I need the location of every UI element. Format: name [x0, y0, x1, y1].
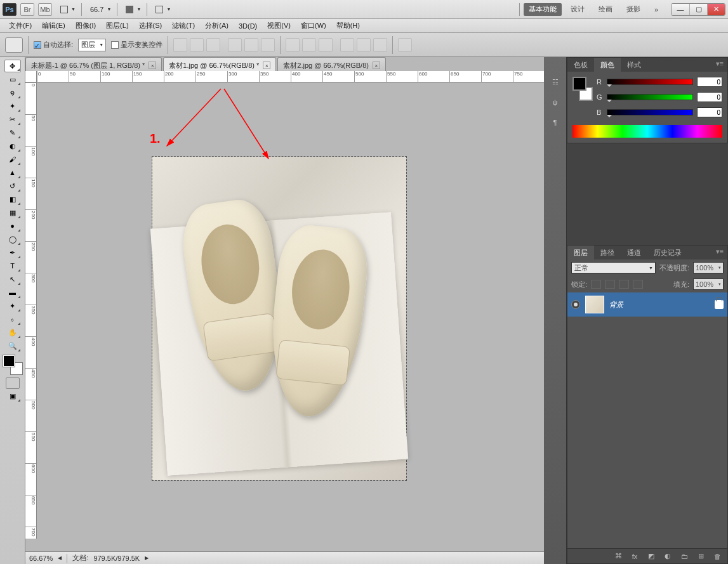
eraser-tool[interactable]: ◧ — [4, 193, 21, 206]
r-input[interactable] — [697, 77, 722, 87]
blend-mode-select[interactable]: 正常 — [571, 262, 656, 273]
channels-tab[interactable]: 通道 — [621, 246, 647, 259]
menu-analysis[interactable]: 分析(A) — [200, 20, 234, 32]
layer-lock-icon[interactable] — [715, 300, 724, 309]
menu-filter[interactable]: 滤镜(T) — [167, 20, 200, 32]
spot-heal-tool[interactable]: ◐ — [4, 140, 21, 152]
gradient-tool[interactable]: ▦ — [4, 206, 21, 219]
canvas-viewport[interactable]: 0501001502002503003504004505005506006507… — [25, 71, 544, 551]
3d-tool[interactable]: ✦ — [4, 299, 21, 312]
tab-close-icon[interactable]: × — [149, 62, 156, 69]
doc-tab[interactable]: 素材2.jpg @ 66.7%(RGB/8)× — [277, 57, 386, 71]
menu-image[interactable]: 图像(I) — [70, 20, 101, 32]
path-select-tool[interactable]: ↖ — [4, 273, 21, 285]
move-tool[interactable]: ✥ — [4, 60, 21, 72]
align-icon[interactable] — [190, 38, 204, 52]
lock-position-icon[interactable] — [619, 280, 629, 289]
pen-tool[interactable]: ✒ — [4, 246, 21, 259]
menu-help[interactable]: 帮助(H) — [331, 20, 365, 32]
delete-layer-icon[interactable]: 🗑 — [712, 551, 722, 561]
link-layers-icon[interactable]: ⌘ — [613, 551, 623, 561]
workspace-basic[interactable]: 基本功能 — [524, 3, 562, 16]
3d-camera-tool[interactable]: ⬦ — [4, 313, 21, 325]
align-icon[interactable] — [244, 38, 258, 52]
distribute-icon[interactable] — [373, 38, 387, 52]
b-input[interactable] — [697, 107, 722, 117]
marquee-tool[interactable]: ▭ — [4, 73, 21, 86]
paragraph-panel-icon[interactable]: ¶ — [548, 115, 563, 129]
adjustment-layer-icon[interactable]: ◐ — [663, 551, 673, 561]
quickmask-button[interactable] — [6, 377, 20, 389]
menu-window[interactable]: 窗口(W) — [296, 20, 331, 32]
auto-align-icon[interactable] — [398, 38, 412, 52]
opacity-input[interactable]: 100%▾ — [693, 262, 724, 273]
extras-dropdown[interactable] — [151, 3, 173, 16]
brush-tool[interactable]: 🖌 — [4, 153, 21, 166]
menu-layer[interactable]: 图层(L) — [101, 20, 133, 32]
new-layer-icon[interactable]: ⊞ — [696, 551, 706, 561]
distribute-icon[interactable] — [319, 38, 333, 52]
distribute-icon[interactable] — [357, 38, 371, 52]
color-panel-swatches[interactable] — [572, 77, 593, 101]
menu-file[interactable]: 文件(F) — [4, 20, 37, 32]
minimize-button[interactable]: — — [672, 4, 689, 15]
doc-tab[interactable]: 素材1.jpg @ 66.7%(RGB/8) *× — [163, 57, 276, 71]
layer-fx-icon[interactable]: fx — [630, 551, 640, 561]
minibridge-button[interactable]: Mb — [38, 3, 52, 16]
clone-stamp-tool[interactable]: ▲ — [4, 166, 21, 179]
doc-tab[interactable]: 未标题-1 @ 66.7% (图层 1, RGB/8) *× — [25, 57, 162, 71]
color-tab[interactable]: 颜色 — [594, 58, 621, 72]
layers-tab[interactable]: 图层 — [567, 246, 594, 259]
crop-tool[interactable]: ✂ — [4, 113, 21, 126]
panel-menu-icon[interactable]: ▾≡ — [712, 58, 727, 72]
swatches-tab[interactable]: 色板 — [567, 58, 594, 72]
shape-tool[interactable]: ▬ — [4, 286, 21, 299]
close-button[interactable]: ✕ — [707, 4, 725, 15]
align-icon[interactable] — [261, 38, 275, 52]
g-input[interactable] — [697, 92, 722, 102]
workspace-design[interactable]: 设计 — [566, 3, 590, 16]
layer-mask-icon[interactable]: ◩ — [646, 551, 656, 561]
screenmode-button[interactable]: ▣ — [4, 390, 21, 402]
menu-edit[interactable]: 编辑(E) — [37, 20, 70, 32]
magic-wand-tool[interactable]: ✦ — [4, 100, 21, 112]
distribute-icon[interactable] — [286, 38, 300, 52]
visibility-toggle-icon[interactable] — [571, 300, 580, 309]
lock-transparency-icon[interactable] — [591, 280, 601, 289]
r-slider[interactable] — [607, 79, 693, 85]
canvas-image[interactable] — [152, 157, 406, 480]
b-slider[interactable] — [607, 109, 693, 115]
align-icon[interactable] — [206, 38, 220, 52]
blur-tool[interactable]: ● — [4, 220, 21, 232]
new-group-icon[interactable]: 🗀 — [679, 551, 689, 561]
tab-close-icon[interactable]: × — [373, 62, 380, 69]
dodge-tool[interactable]: ◯ — [4, 233, 21, 246]
menu-3d[interactable]: 3D(D) — [234, 21, 262, 31]
screenmode-dropdown[interactable] — [56, 3, 77, 16]
workspace-more[interactable]: » — [649, 3, 663, 16]
foreground-swatch[interactable] — [3, 355, 15, 367]
distribute-icon[interactable] — [302, 38, 316, 52]
maximize-button[interactable]: ▢ — [689, 4, 707, 15]
layer-row[interactable]: 背景 — [567, 292, 727, 317]
current-tool-icon[interactable] — [5, 37, 23, 53]
bridge-button[interactable]: Br — [20, 3, 34, 16]
menu-select[interactable]: 选择(S) — [134, 20, 168, 32]
lock-all-icon[interactable] — [633, 280, 643, 289]
layers-empty-area[interactable] — [567, 317, 727, 548]
color-spectrum[interactable] — [572, 125, 722, 138]
layer-name[interactable]: 背景 — [609, 300, 623, 310]
show-transform-checkbox[interactable]: 显示变换控件 — [111, 40, 162, 49]
align-icon[interactable] — [228, 38, 242, 52]
distribute-icon[interactable] — [340, 38, 354, 52]
panel-menu-icon[interactable]: ▾≡ — [712, 246, 727, 259]
workspace-drawing[interactable]: 绘画 — [593, 3, 618, 16]
type-tool[interactable]: T — [4, 259, 21, 272]
layer-thumbnail[interactable] — [585, 296, 604, 313]
auto-select-target[interactable]: 图层 — [78, 39, 106, 51]
g-slider[interactable] — [607, 94, 693, 100]
chevron-icon[interactable]: ▶ — [145, 555, 149, 561]
hand-tool[interactable]: ✋ — [4, 326, 21, 339]
tab-close-icon[interactable]: × — [263, 62, 270, 69]
histogram-panel-icon[interactable]: ☷ — [548, 75, 563, 89]
